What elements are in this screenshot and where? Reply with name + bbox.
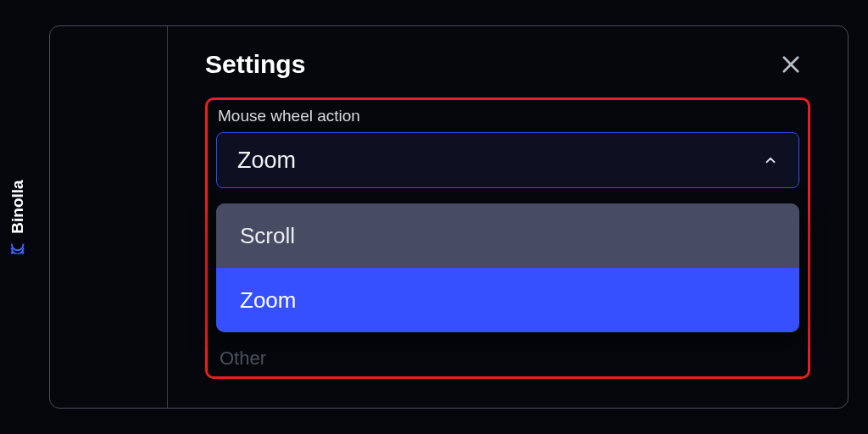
brand-name: Binolla [8, 180, 27, 233]
obscured-text-other: Other [220, 348, 266, 370]
field-label-mouse-wheel: Mouse wheel action [216, 107, 799, 132]
settings-panel: Settings Mouse wheel action Zoom [168, 26, 848, 408]
brand-logo-icon [10, 239, 25, 254]
highlight-annotation: Mouse wheel action Zoom Scroll Zoom Othe… [205, 97, 810, 379]
dropdown-option-zoom[interactable]: Zoom [216, 268, 799, 332]
dropdown-option-scroll[interactable]: Scroll [216, 203, 799, 268]
app-frame: Settings Mouse wheel action Zoom [49, 25, 849, 409]
brand-block: Binolla [8, 180, 27, 253]
close-button[interactable] [776, 50, 805, 79]
close-icon [779, 53, 803, 76]
panel-title: Settings [205, 50, 305, 79]
select-current-value: Zoom [237, 147, 296, 174]
mouse-wheel-select[interactable]: Zoom [216, 132, 799, 188]
panel-header: Settings [205, 50, 810, 79]
dropdown-option-label: Zoom [240, 287, 296, 314]
dropdown-option-label: Scroll [240, 223, 295, 249]
chevron-up-icon [763, 153, 778, 168]
brand-rail: Binolla [0, 0, 36, 434]
mouse-wheel-dropdown: Scroll Zoom [216, 203, 799, 332]
